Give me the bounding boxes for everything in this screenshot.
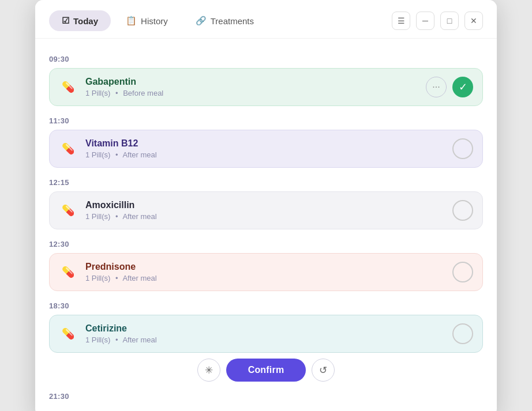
minimize-button[interactable]: ─ [416,12,434,30]
med-info-gabapentin: Gabapentin 1 Pill(s) • Before meal [85,77,426,97]
pill-icon-gabapentin: 💊 [59,78,77,96]
med-actions-prednisone [452,262,473,282]
med-detail-gabapentin: 1 Pill(s) • Before meal [85,89,426,97]
maximize-icon: □ [447,16,452,25]
window-controls: ☰ ─ □ ✕ [392,12,483,30]
med-info-cetirizine: Cetirizine 1 Pill(s) • After meal [85,323,452,344]
pill-icon-prednisone: 💊 [59,263,77,281]
med-card-prednisone: 💊 Prednisone 1 Pill(s) • After meal [49,253,483,291]
med-detail-amoxicillin: 1 Pill(s) • After meal [85,212,452,221]
med-name-amoxicillin: Amoxicillin [85,200,452,210]
titlebar: ☑ Today 📋 History 🔗 Treatments ☰ ─ □ [35,0,497,39]
time-1830: 18:30 [49,301,483,310]
med-name-gabapentin: Gabapentin [85,77,426,87]
med-card-amoxicillin: 💊 Amoxicillin 1 Pill(s) • After meal [49,191,483,229]
check-button-cetirizine[interactable] [452,323,473,344]
check-button-gabapentin[interactable]: ✓ [452,77,473,97]
time-0930: 09:30 [49,55,483,63]
menu-icon: ☰ [398,16,405,25]
check-icon-gabapentin: ✓ [459,81,467,93]
close-icon: ✕ [470,16,477,25]
time-1215: 12:15 [49,178,483,187]
med-name-vitaminb12: Vitamin B12 [85,138,452,149]
tab-history-label: History [141,16,168,26]
med-info-amoxicillin: Amoxicillin 1 Pill(s) • After meal [85,200,452,221]
check-button-vitaminb12[interactable] [452,138,473,159]
tab-bar: ☑ Today 📋 History 🔗 Treatments [49,10,267,31]
med-detail-cetirizine: 1 Pill(s) • After meal [85,335,452,344]
cetirizine-wrapper: 💊 Cetirizine 1 Pill(s) • After meal ✳ [49,315,483,382]
treatments-icon: 🔗 [196,16,207,26]
tab-treatments-label: Treatments [211,16,254,26]
tab-history[interactable]: 📋 History [113,10,181,31]
time-1130: 11:30 [49,116,483,125]
med-name-cetirizine: Cetirizine [85,323,452,334]
history-icon: 📋 [126,16,137,26]
med-detail-prednisone: 1 Pill(s) • After meal [85,274,452,282]
check-button-prednisone[interactable] [452,262,473,282]
main-content: 09:30 💊 Gabapentin 1 Pill(s) • Before me… [35,39,497,411]
repeat-button[interactable]: ↺ [312,359,335,382]
med-detail-vitaminb12: 1 Pill(s) • After meal [85,150,452,159]
med-actions-vitaminb12 [452,138,473,159]
check-button-amoxicillin[interactable] [452,200,473,221]
med-card-gabapentin: 💊 Gabapentin 1 Pill(s) • Before meal ···… [49,68,483,106]
med-info-prednisone: Prednisone 1 Pill(s) • After meal [85,262,452,282]
more-dots-icon: ··· [432,82,440,92]
med-actions-gabapentin: ··· ✓ [426,77,473,97]
close-button[interactable]: ✕ [464,12,483,30]
sparkle-button[interactable]: ✳ [197,359,220,382]
pill-icon-amoxicillin: 💊 [59,201,77,220]
tab-today-label: Today [73,16,98,26]
repeat-icon: ↺ [319,364,327,376]
med-actions-cetirizine [452,323,473,344]
confirm-button[interactable]: Confirm [226,359,306,382]
med-card-cetirizine: 💊 Cetirizine 1 Pill(s) • After meal [49,315,483,353]
confirm-row: ✳ Confirm ↺ [49,359,483,382]
med-info-vitaminb12: Vitamin B12 1 Pill(s) • After meal [85,138,452,159]
pill-icon-cetirizine: 💊 [59,325,77,343]
maximize-button[interactable]: □ [440,12,459,30]
med-card-vitaminb12: 💊 Vitamin B12 1 Pill(s) • After meal [49,130,483,168]
sparkle-icon: ✳ [205,364,213,376]
pill-icon-vitaminb12: 💊 [59,139,77,158]
tab-treatments[interactable]: 🔗 Treatments [183,10,267,31]
today-icon: ☑ [62,16,69,26]
menu-button[interactable]: ☰ [392,12,410,30]
minimize-icon: ─ [422,16,428,25]
app-window: ☑ Today 📋 History 🔗 Treatments ☰ ─ □ [35,0,497,411]
time-1230: 12:30 [49,240,483,248]
med-actions-amoxicillin [452,200,473,221]
more-button-gabapentin[interactable]: ··· [426,77,447,97]
med-name-prednisone: Prednisone [85,262,452,272]
time-2130: 21:30 [49,392,483,401]
tab-today[interactable]: ☑ Today [49,10,111,31]
